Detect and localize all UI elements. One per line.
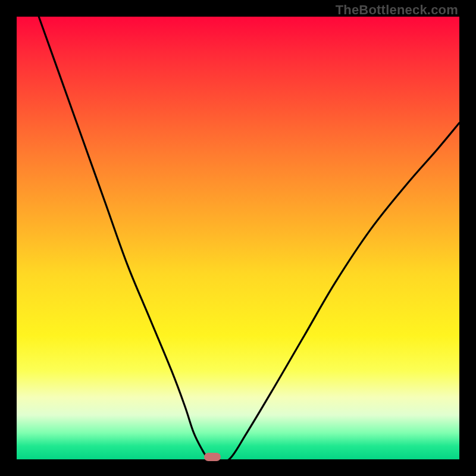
chart-container: TheBottleneck.com [0, 0, 476, 476]
plot-area [17, 17, 459, 459]
bottleneck-curve [17, 17, 459, 459]
optimal-marker [204, 453, 221, 461]
watermark-text: TheBottleneck.com [336, 2, 458, 18]
